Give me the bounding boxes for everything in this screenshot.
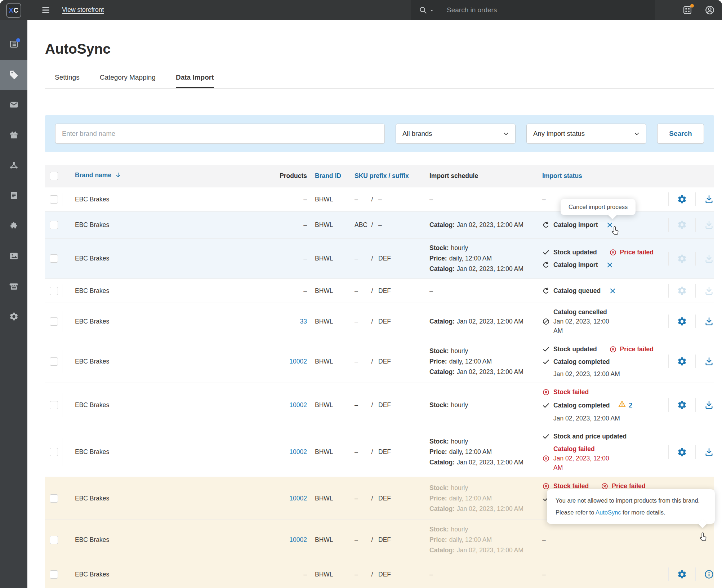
view-storefront-link[interactable]: View storefront [62,6,104,14]
products-count[interactable]: 10002 [289,536,307,543]
menu-toggle-button[interactable] [40,5,51,15]
status-line: Stock and price updated [542,432,668,441]
tab-category-mapping[interactable]: Category Mapping [100,74,156,88]
notification-dot-blue [16,38,20,42]
row-settings-button[interactable] [669,316,695,326]
schedule-line: Stock:hourly [429,243,539,253]
cancel-import-button[interactable] [606,262,613,268]
import-status-cell: – [539,566,668,583]
tooltip-import-blocked: You are not allowed to import products f… [547,489,715,524]
row-checkbox[interactable] [50,221,58,229]
row-export-button[interactable] [696,316,722,326]
column-header-import-schedule: Import schedule [425,171,539,181]
sidebar-item-catalog[interactable] [0,60,27,90]
column-header-sku[interactable]: SKU prefix / suffix [355,172,409,179]
warning-count-link[interactable]: 2 [629,401,633,410]
sidebar-item-settings[interactable] [0,302,27,332]
sidebar-item-storefront[interactable] [0,272,27,302]
row-checkbox[interactable] [50,195,58,204]
row-info-button[interactable] [696,569,722,579]
brand-name-cell: EBC Brakes [62,221,267,229]
row-export-button[interactable] [696,447,722,457]
cancel-import-button[interactable] [609,288,616,294]
gift-icon [9,130,19,141]
row-checkbox[interactable] [50,536,58,544]
user-icon [705,11,715,16]
search-scope-caret-icon[interactable] [429,8,434,13]
sku-cell: –/DEF [342,495,425,502]
products-count[interactable]: 33 [300,318,307,325]
apps-grid-icon [682,11,692,16]
brand-name-cell: EBC Brakes [62,196,267,203]
row-settings-button[interactable] [669,356,695,366]
products-count: – [303,287,307,294]
row-settings-button[interactable] [669,194,695,204]
row-checkbox[interactable] [50,317,58,326]
select-all-checkbox[interactable] [50,172,58,180]
tag-icon [9,70,19,81]
column-header-brand-name[interactable]: Brand name [75,172,122,179]
sidebar-item-orders[interactable] [0,30,27,60]
row-export-button[interactable] [696,194,722,204]
schedule-value: Jan 02, 2023, 12:00 AM [457,547,523,554]
schedule-line: Catalog:Jan 02, 2023, 12:00 AM [429,264,539,274]
search-input[interactable] [440,6,655,14]
products-count[interactable]: 10002 [289,358,307,365]
check-status-icon [542,358,550,366]
brand-filter-select[interactable]: All brands [396,124,516,144]
schedule-value: Jan 02, 2023, 12:00 AM [457,221,523,228]
brand-name-cell: EBC Brakes [62,495,267,502]
error-status-icon [542,482,550,490]
row-checkbox[interactable] [50,254,58,263]
column-header-brand-id[interactable]: Brand ID [315,172,341,179]
row-checkbox[interactable] [50,494,58,503]
sidebar-item-connections[interactable] [0,151,27,181]
brand-id-cell: BHWL [307,495,342,502]
schedule-label: Catalog: [429,459,455,466]
xc-logo[interactable]: XC [6,3,21,18]
schedule-label: Price: [429,536,447,543]
row-checkbox[interactable] [50,448,58,456]
sku-cell: ABC/– [342,221,425,229]
row-settings-button[interactable] [669,447,695,457]
sidebar-item-mail[interactable] [0,90,27,120]
autosync-link[interactable]: AutoSync [596,509,621,516]
sidebar-item-media[interactable] [0,241,27,272]
schedule-value: daily, 12:00 AM [449,358,492,365]
row-export-button[interactable] [696,356,722,366]
row-settings-button[interactable] [669,400,695,410]
products-cell: 10002 [267,401,307,409]
sidebar-item-promotions[interactable] [0,120,27,151]
status-text: Catalog completed [553,401,610,410]
import-status-cell: – [539,532,668,548]
import-status-filter-select[interactable]: Any import status [526,124,646,144]
search-button[interactable]: Search [657,124,704,144]
row-export-button[interactable] [696,400,722,410]
row-settings-button[interactable] [669,569,695,579]
apps-button[interactable] [682,5,692,15]
account-button[interactable] [705,5,715,15]
brand-name-cell: EBC Brakes [62,287,267,295]
products-count[interactable]: 10002 [289,495,307,502]
products-count[interactable]: 10002 [289,448,307,455]
tab-data-import[interactable]: Data Import [176,74,214,88]
schedule-value: Jan 02, 2023, 12:00 AM [457,318,523,325]
sidebar-item-pages[interactable] [0,181,27,211]
sidebar-item-modules[interactable] [0,211,27,241]
sku-separator: / [366,318,378,325]
column-header-import-status[interactable]: Import status [542,172,582,179]
search-icon[interactable] [419,6,427,14]
row-checkbox[interactable] [50,287,58,295]
row-checkbox[interactable] [50,401,58,409]
row-actions-cell [668,383,722,427]
brand-name-input[interactable] [55,124,385,144]
sku-prefix: – [342,196,366,203]
tab-settings[interactable]: Settings [55,74,80,88]
schedule-value: Jan 02, 2023, 12:00 AM [457,368,523,375]
row-checkbox[interactable] [50,570,58,579]
sku-prefix: – [342,318,366,325]
schedule-label: Catalog: [429,318,455,325]
import-schedule-cell: – [425,565,539,584]
row-checkbox[interactable] [50,357,58,366]
products-count[interactable]: 10002 [289,401,307,409]
